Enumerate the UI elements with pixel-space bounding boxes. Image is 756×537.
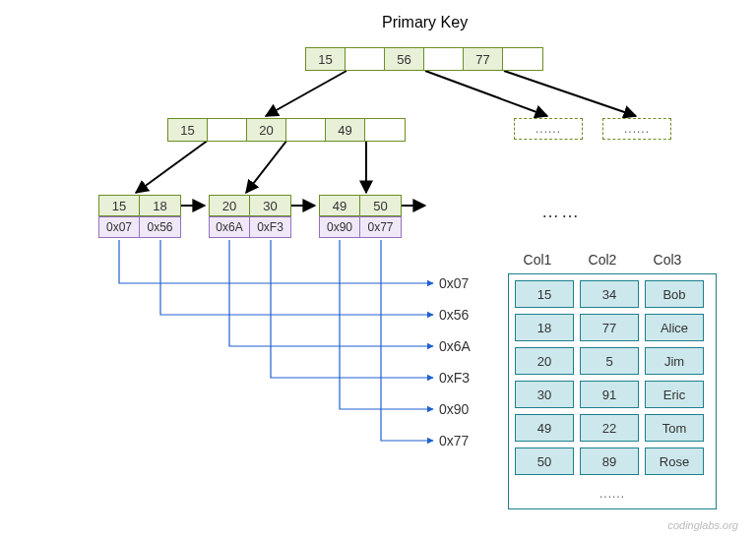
leaf-ptr: 0x77 [360,216,402,238]
leaf-ptr: 0x56 [140,216,181,238]
table-row: 50 89 Rose [515,448,710,475]
leaf-node: 20 30 0x6A 0xF3 [209,195,291,238]
table-row: 49 22 Tom [515,414,710,442]
root-key: 15 [306,48,346,70]
svg-line-0 [266,71,346,116]
watermark: codinglabs.org [667,519,738,531]
root-node: 15 56 77 [305,47,543,71]
table-cell: Tom [645,414,704,442]
table-cell: 18 [515,314,574,341]
data-table: Col1 Col2 Col3 15 34 Bob 18 77 Alice 20 … [508,252,717,509]
table-row: 15 34 Bob [515,280,710,308]
col-header: Col3 [638,252,697,268]
leaf-ptr: 0x6A [209,216,250,238]
leaf-node: 49 50 0x90 0x77 [319,195,402,238]
table-box: 15 34 Bob 18 77 Alice 20 5 Jim 30 91 Eri… [508,273,717,509]
root-ptr [346,48,385,70]
table-cell: 50 [515,448,574,475]
leaf-key: 30 [250,195,291,216]
table-cell: 34 [580,280,639,308]
leaf-ptr: 0xF3 [250,216,291,238]
internal-key: 15 [168,119,208,141]
internal-node: 15 20 49 [167,118,406,142]
leaf-key: 49 [319,195,360,216]
table-cell: 15 [515,280,574,308]
internal-ptr [365,119,405,141]
svg-line-1 [425,71,547,116]
ptr-label: 0x56 [439,307,469,323]
leaf-key: 20 [209,195,250,216]
ghost-node: ...... [602,118,671,140]
ptr-label: 0x77 [439,433,469,448]
table-cell: Jim [645,347,704,375]
table-row: 20 5 Jim [515,347,710,375]
root-key: 56 [385,48,424,70]
root-ptr [503,48,542,70]
svg-line-3 [136,140,209,193]
table-cell: 20 [515,347,574,375]
internal-key: 49 [326,119,365,141]
leaf-ptr: 0x07 [98,216,140,238]
leaf-node: 15 18 0x07 0x56 [98,195,181,238]
table-cell: Bob [645,280,704,308]
table-row: 18 77 Alice [515,314,710,341]
table-cell: Rose [645,448,704,475]
svg-line-4 [246,140,287,193]
table-cell: Alice [645,314,704,341]
internal-ptr [208,119,247,141]
internal-key: 20 [247,119,286,141]
ptr-label: 0x90 [439,401,469,417]
table-more: ...... [515,481,710,508]
leaf-key: 18 [140,195,181,216]
leaf-ptr: 0x90 [319,216,360,238]
leaf-key: 50 [360,195,402,216]
leaf-more: …… [541,202,581,222]
ptr-label: 0x6A [439,338,471,354]
col-header: Col2 [573,252,632,268]
ptr-label: 0x07 [439,275,469,291]
diagram-title: Primary Key [382,14,468,31]
table-cell: 49 [515,414,574,442]
ptr-label: 0xF3 [439,370,470,386]
table-row: 30 91 Eric [515,381,710,408]
table-cell: 22 [580,414,639,442]
leaf-key: 15 [98,195,140,216]
diagram-stage: Primary Key 15 56 77 15 20 49 ...... ...… [0,0,756,537]
table-cell: 89 [580,448,639,475]
col-header: Col1 [508,252,567,268]
ghost-node: ...... [514,118,583,140]
table-cell: 91 [580,381,639,408]
root-key: 77 [464,48,503,70]
table-cell: Eric [645,381,704,408]
table-cell: 5 [580,347,639,375]
table-cell: 77 [580,314,639,341]
internal-ptr [286,119,326,141]
table-cell: 30 [515,381,574,408]
root-ptr [424,48,464,70]
svg-line-2 [504,71,636,116]
